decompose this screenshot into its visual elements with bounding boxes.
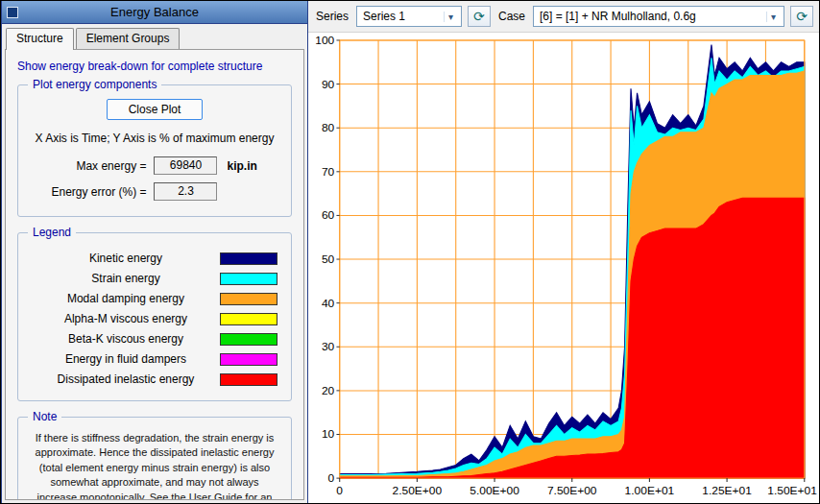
legend-row: Kinetic energy bbox=[32, 252, 277, 265]
plot-group-title: Plot energy components bbox=[28, 78, 161, 91]
legend-group-title: Legend bbox=[28, 226, 76, 239]
max-energy-field[interactable]: 69840 bbox=[154, 156, 217, 175]
legend-row: Dissipated inelastic energy bbox=[32, 372, 277, 386]
legend-rows: Kinetic energyStrain energyModal damping… bbox=[28, 252, 281, 386]
y-tick-label: 0 bbox=[328, 473, 335, 484]
y-tick-label: 100 bbox=[315, 35, 334, 45]
max-energy-unit: kip.in bbox=[227, 159, 275, 173]
legend-swatch bbox=[220, 353, 277, 366]
x-tick-label: 1.50E+01 bbox=[767, 485, 817, 495]
legend-label: Alpha-M viscous energy bbox=[32, 312, 220, 325]
x-tick-label: 1.25E+01 bbox=[702, 485, 752, 495]
y-tick-label: 40 bbox=[322, 298, 334, 308]
close-plot-button[interactable]: Close Plot bbox=[107, 99, 204, 120]
legend-swatch bbox=[220, 273, 277, 285]
legend-label: Energy in fluid dampers bbox=[32, 352, 220, 366]
dialog-title-bar[interactable]: Energy Balance bbox=[2, 1, 307, 24]
x-tick-label: 5.00E+00 bbox=[470, 485, 519, 495]
y-tick-label: 50 bbox=[322, 253, 334, 264]
case-label: Case bbox=[496, 10, 527, 23]
energy-error-field[interactable]: 2.3 bbox=[154, 182, 217, 201]
y-tick-label: 20 bbox=[322, 385, 334, 396]
dialog-title: Energy Balance bbox=[110, 5, 199, 19]
window-icon bbox=[7, 7, 18, 18]
legend-label: Beta-K viscous energy bbox=[32, 332, 220, 346]
note-text: If there is stiffness degradation, the s… bbox=[28, 429, 281, 500]
legend-swatch bbox=[220, 373, 277, 386]
energy-error-row: Energy error (%) = 2.3 bbox=[28, 182, 281, 201]
chart-toolbar: Series Series 1 ▾ ⟳ Case [6] = [1] + NR … bbox=[308, 1, 819, 33]
y-tick-label: 60 bbox=[322, 210, 334, 221]
legend-label: Dissipated inelastic energy bbox=[32, 372, 220, 386]
series-select-value: Series 1 bbox=[363, 10, 440, 23]
legend-row: Energy in fluid dampers bbox=[32, 352, 277, 366]
legend-label: Kinetic energy bbox=[32, 252, 220, 265]
legend-swatch bbox=[220, 252, 277, 265]
chevron-down-icon: ▾ bbox=[444, 12, 457, 22]
legend-swatch bbox=[220, 293, 277, 305]
tab-strip: Structure Element Groups bbox=[2, 24, 307, 49]
legend-label: Strain energy bbox=[32, 272, 220, 285]
x-tick-label: 2.50E+00 bbox=[393, 485, 443, 495]
chart-panel: Series Series 1 ▾ ⟳ Case [6] = [1] + NR … bbox=[308, 1, 819, 503]
series-refresh-button[interactable]: ⟳ bbox=[468, 6, 491, 27]
app-window: Energy Balance Structure Element Groups … bbox=[0, 0, 820, 504]
legend-row: Alpha-M viscous energy bbox=[32, 312, 277, 325]
note-group: Note If there is stiffness degradation, … bbox=[17, 417, 292, 500]
energy-balance-dialog: Energy Balance Structure Element Groups … bbox=[1, 1, 308, 503]
y-tick-label: 80 bbox=[322, 123, 334, 133]
plot-energy-components-group: Plot energy components Close Plot X Axis… bbox=[17, 84, 292, 217]
y-tick-label: 90 bbox=[322, 79, 334, 89]
energy-chart-area: 010203040506070809010002.50E+005.00E+007… bbox=[308, 33, 819, 503]
case-select[interactable]: [6] = [1] + NR Mulholland, 0.6g ▾ bbox=[533, 6, 784, 27]
case-refresh-button[interactable]: ⟳ bbox=[790, 6, 813, 27]
legend-row: Strain energy bbox=[32, 272, 277, 285]
tab-element-groups[interactable]: Element Groups bbox=[76, 28, 181, 49]
series-label: Series bbox=[314, 10, 350, 23]
legend-row: Modal damping energy bbox=[32, 292, 277, 305]
max-energy-row: Max energy = 69840 kip.in bbox=[28, 156, 281, 175]
x-tick-label: 1.00E+01 bbox=[625, 485, 675, 495]
max-energy-label: Max energy = bbox=[34, 159, 154, 173]
legend-group: Legend Kinetic energyStrain energyModal … bbox=[17, 232, 292, 401]
legend-label: Modal damping energy bbox=[32, 292, 220, 305]
tab-structure[interactable]: Structure bbox=[6, 28, 74, 50]
y-tick-label: 70 bbox=[322, 166, 334, 177]
x-tick-label: 0 bbox=[336, 485, 343, 495]
chevron-down-icon: ▾ bbox=[766, 12, 780, 22]
legend-swatch bbox=[220, 333, 277, 346]
energy-error-label: Energy error (%) = bbox=[34, 185, 154, 199]
legend-swatch bbox=[220, 313, 277, 325]
axis-note: X Axis is Time; Y Axis is % of maximum e… bbox=[28, 132, 281, 145]
energy-chart: 010203040506070809010002.50E+005.00E+007… bbox=[308, 33, 819, 503]
case-select-value: [6] = [1] + NR Mulholland, 0.6g bbox=[540, 10, 762, 23]
series-select[interactable]: Series 1 ▾ bbox=[356, 6, 462, 27]
structure-tab-page: Show energy break-down for complete stru… bbox=[5, 49, 304, 500]
y-tick-label: 30 bbox=[322, 342, 334, 352]
note-group-title: Note bbox=[28, 410, 61, 423]
x-tick-label: 7.50E+00 bbox=[547, 485, 597, 495]
legend-row: Beta-K viscous energy bbox=[32, 332, 277, 346]
y-tick-label: 10 bbox=[322, 429, 334, 440]
breakdown-link[interactable]: Show energy break-down for complete stru… bbox=[17, 60, 294, 73]
